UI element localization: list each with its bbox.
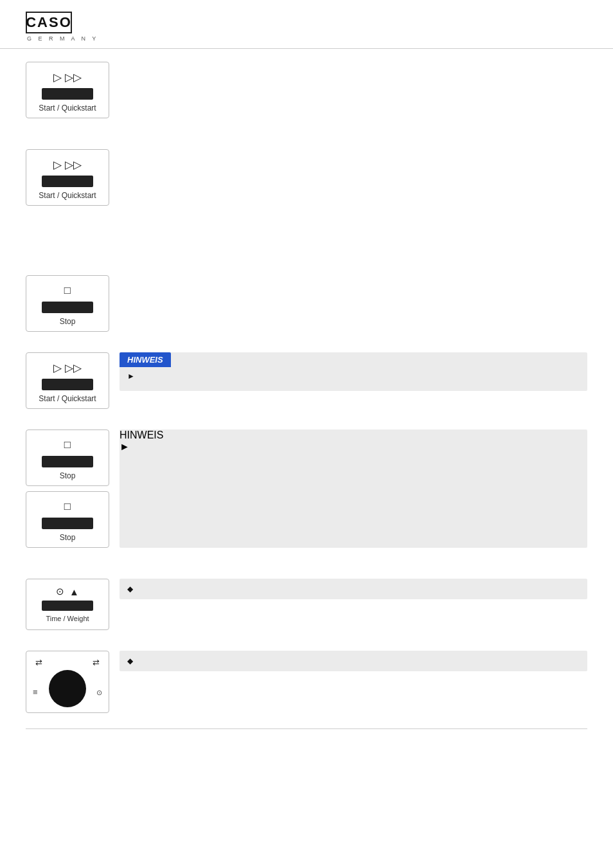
clock-icon: ⊙ bbox=[56, 586, 64, 597]
stop-button-3[interactable]: □ Stop bbox=[26, 491, 109, 548]
weight-icon: ▲ bbox=[69, 586, 79, 597]
time-weight-label: Time / Weight bbox=[46, 615, 89, 622]
time-weight-bar bbox=[42, 601, 93, 611]
diamond-icon-2: ◆ bbox=[127, 656, 133, 665]
hinweis-box-1: HINWEIS ► bbox=[120, 352, 587, 391]
stop-card-col: □ Stop □ Stop bbox=[26, 429, 109, 548]
diamond-icon-1: ◆ bbox=[127, 584, 133, 593]
hinweis-label-2: HINWEIS bbox=[120, 429, 587, 441]
start-quickstart-label-3: Start / Quickstart bbox=[39, 394, 96, 403]
stop-bar-3 bbox=[42, 518, 93, 529]
start-quickstart-label-1: Start / Quickstart bbox=[39, 104, 96, 113]
bullet-icon-1: ► bbox=[127, 372, 135, 381]
start-quickstart-icon-3: ▷ ▷▷ bbox=[53, 361, 82, 375]
start-hinweis-row: ▷ ▷▷ Start / Quickstart HINWEIS ► bbox=[26, 352, 587, 409]
arrows-icon: ⇄ bbox=[35, 658, 42, 667]
knob-button[interactable]: ⇄ ⇄ ≡ ⊙ bbox=[26, 651, 109, 713]
section-knob: ⇄ ⇄ ≡ ⊙ ◆ bbox=[26, 651, 587, 713]
button-bar-1 bbox=[42, 88, 93, 100]
stop-button-1[interactable]: □ Stop bbox=[26, 275, 109, 332]
hinweis-bullet-row-1: ► bbox=[120, 367, 587, 384]
stop-icon-3: □ bbox=[64, 500, 71, 514]
play-double-icon-2: ▷ ▷▷ bbox=[53, 158, 82, 172]
start-quickstart-icon-2: ▷ ▷▷ bbox=[53, 158, 82, 172]
stop-label-3: Stop bbox=[60, 533, 76, 542]
square-icon-2: □ bbox=[64, 439, 71, 451]
knob-row: ⇄ ⇄ ≡ ⊙ ◆ bbox=[26, 651, 587, 713]
temp-icon: ⇄ bbox=[93, 658, 100, 667]
logo-germany: G E R M A N Y bbox=[27, 35, 98, 42]
knob-bullet-box: ◆ bbox=[120, 651, 587, 671]
knob-left-icon: ≡ bbox=[33, 687, 38, 697]
square-icon-1: □ bbox=[64, 284, 71, 297]
stop-bar-2 bbox=[42, 456, 93, 467]
stop-icon-1: □ bbox=[64, 284, 71, 298]
main-content: ▷ ▷▷ Start / Quickstart ▷ ▷▷ Start / Qui… bbox=[0, 49, 613, 748]
hinweis-bullet-row-2: ► bbox=[120, 441, 587, 453]
time-weight-bullet-box: ◆ bbox=[120, 579, 587, 599]
hinweis-label-1: HINWEIS bbox=[120, 352, 171, 367]
start-quickstart-button-2[interactable]: ▷ ▷▷ Start / Quickstart bbox=[26, 149, 109, 206]
logo-box: CASO bbox=[26, 12, 72, 33]
time-weight-row: ⊙ ▲ Time / Weight ◆ bbox=[26, 579, 587, 630]
start-quickstart-label-2: Start / Quickstart bbox=[39, 191, 96, 200]
knob-top-icons: ⇄ ⇄ bbox=[35, 658, 100, 667]
section-stop-1: □ Stop bbox=[26, 275, 587, 332]
knob-right-icon: ⊙ bbox=[96, 689, 102, 697]
section-start-hinweis: ▷ ▷▷ Start / Quickstart HINWEIS ► bbox=[26, 352, 587, 409]
stop-double-row: □ Stop □ Stop HINWEIS ► bbox=[26, 429, 587, 548]
start-quickstart-icon-1: ▷ ▷▷ bbox=[53, 70, 82, 84]
knob-circle bbox=[49, 670, 86, 707]
time-weight-icons: ⊙ ▲ bbox=[56, 586, 79, 597]
stop-icon-2: □ bbox=[64, 438, 71, 452]
section-start-quickstart-2: ▷ ▷▷ Start / Quickstart bbox=[26, 149, 587, 206]
header: CASO G E R M A N Y bbox=[0, 0, 613, 49]
stop-bar-1 bbox=[42, 302, 93, 313]
logo-container: CASO G E R M A N Y bbox=[26, 12, 587, 42]
stop-label-1: Stop bbox=[60, 317, 76, 326]
button-bar-2 bbox=[42, 176, 93, 187]
section-start-quickstart-1: ▷ ▷▷ Start / Quickstart bbox=[26, 62, 587, 118]
start-quickstart-button-3[interactable]: ▷ ▷▷ Start / Quickstart bbox=[26, 352, 109, 409]
hinweis-box-2: HINWEIS ► bbox=[120, 429, 587, 548]
play-double-icon-3: ▷ ▷▷ bbox=[53, 361, 82, 375]
section-time-weight: ⊙ ▲ Time / Weight ◆ bbox=[26, 579, 587, 630]
stop-label-2: Stop bbox=[60, 471, 76, 480]
play-double-icon-1: ▷ ▷▷ bbox=[53, 71, 82, 84]
button-bar-3 bbox=[42, 379, 93, 390]
time-weight-button[interactable]: ⊙ ▲ Time / Weight bbox=[26, 579, 109, 630]
stop-button-2[interactable]: □ Stop bbox=[26, 429, 109, 486]
section-stop-double: □ Stop □ Stop HINWEIS ► bbox=[26, 429, 587, 548]
footer-separator bbox=[26, 728, 587, 729]
logo-text: CASO bbox=[26, 14, 72, 31]
bullet-icon-2: ► bbox=[120, 441, 130, 452]
start-quickstart-button-1[interactable]: ▷ ▷▷ Start / Quickstart bbox=[26, 62, 109, 118]
square-icon-3: □ bbox=[64, 500, 71, 513]
